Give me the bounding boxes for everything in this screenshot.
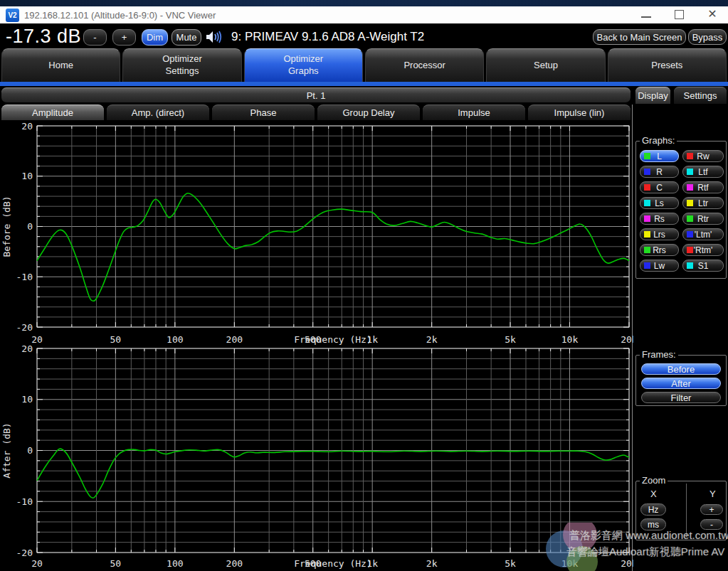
frames-group-label: Frames: [640, 349, 678, 360]
tab-presets[interactable]: Presets [608, 48, 727, 82]
vnc-viewer-window: V2 192.168.12.101 (Altitude-16-9:0) - VN… [0, 0, 728, 571]
channel-button-Rtf[interactable]: Rtf [682, 181, 724, 193]
back-to-main-screen-button[interactable]: Back to Main Screen [593, 29, 686, 45]
tab-settings[interactable]: Settings [674, 87, 727, 104]
channel-button-Rs[interactable]: Rs [640, 213, 679, 225]
tab-amp-direct[interactable]: Amp. (direct) [107, 105, 209, 120]
after-amplitude-chart: 20100-10-2020501002005001k2k5k10k20kFreq… [0, 345, 633, 571]
svg-text:0: 0 [27, 221, 33, 232]
svg-text:20: 20 [21, 121, 33, 132]
svg-text:5k: 5k [505, 334, 516, 345]
measurement-point-bar[interactable]: Pt. 1 [1, 87, 631, 102]
channel-button-Ltr[interactable]: Ltr [682, 197, 724, 209]
channel-label: Lw [654, 261, 665, 271]
speaker-icon[interactable] [206, 30, 224, 44]
watermark-text-line1: 普洛影音網 www.audionet.com.tw [569, 529, 728, 543]
tab-group-delay[interactable]: Group Delay [317, 105, 420, 120]
minimize-icon[interactable] [641, 16, 651, 18]
channel-button-Ltf[interactable]: Ltf [682, 166, 724, 178]
channel-label: S1 [698, 261, 709, 271]
svg-text:2k: 2k [426, 334, 438, 345]
tab-phase[interactable]: Phase [212, 105, 315, 120]
active-tab-accent-strip [0, 82, 728, 86]
mute-button[interactable]: Mute [172, 29, 201, 46]
channel-label: Rw [697, 151, 709, 161]
graph-type-tab-bar: Amplitude Amp. (direct) Phase Group Dela… [1, 105, 631, 120]
channel-button-Rtr[interactable]: Rtr [682, 213, 724, 225]
svg-text:50: 50 [110, 558, 122, 569]
zoom-y-header: Y [709, 489, 716, 499]
channel-button-Lw[interactable]: Lw [640, 260, 679, 272]
channel-button-C[interactable]: C [640, 181, 679, 193]
tab-optimizer-graphs[interactable]: Optimizer Graphs [244, 48, 363, 82]
svg-text:200: 200 [226, 558, 243, 569]
volume-up-button[interactable]: + [112, 29, 136, 46]
tab-home[interactable]: Home [1, 48, 120, 82]
svg-text:20: 20 [21, 345, 33, 354]
channel-label: Ls [655, 198, 664, 208]
tab-optimizer-settings[interactable]: Optimizer Settings [122, 48, 241, 82]
graphs-group-label: Graphs: [640, 135, 677, 146]
color-swatch [687, 247, 693, 253]
color-swatch [687, 153, 693, 159]
svg-text:100: 100 [167, 558, 183, 569]
zoom-y-minus-button[interactable]: - [700, 519, 723, 530]
vnc-app-icon: V2 [6, 9, 19, 22]
frames-group: Frames: Before After Filter [635, 355, 727, 406]
channel-button-Lrs[interactable]: Lrs [640, 228, 679, 240]
tab-amplitude[interactable]: Amplitude [1, 105, 104, 120]
svg-text:Frequency (Hz): Frequency (Hz) [294, 334, 372, 345]
before-frame-button[interactable]: Before [641, 363, 721, 375]
channel-button-S1[interactable]: S1 [682, 260, 724, 272]
channel-button-Rw[interactable]: Rw [682, 150, 724, 162]
svg-text:200: 200 [226, 334, 243, 345]
close-icon[interactable]: ✕ [705, 6, 719, 22]
channel-label: Rs [654, 214, 665, 224]
svg-text:-20: -20 [16, 548, 33, 558]
before-amplitude-chart: 20100-10-2020501002005001k2k5k10k20kFreq… [0, 121, 633, 345]
channel-button-Ltm[interactable]: 'Ltm' [682, 228, 724, 240]
color-swatch [644, 262, 650, 269]
bypass-button[interactable]: Bypass [688, 29, 727, 45]
channel-label: Lrs [653, 230, 665, 240]
channel-label: Rtf [697, 183, 708, 193]
channel-label: R [656, 167, 663, 177]
color-swatch [644, 200, 650, 206]
channel-button-Rtm[interactable]: 'Rtm' [682, 244, 724, 256]
channel-label: Ltr [698, 198, 708, 208]
dim-button[interactable]: Dim [142, 29, 168, 46]
channel-button-Rrs[interactable]: Rrs [640, 244, 679, 256]
window-title: 192.168.12.101 (Altitude-16-9:0) - VNC V… [24, 10, 216, 21]
svg-text:-10: -10 [16, 496, 33, 507]
tab-impulse-lin[interactable]: Impulse (lin) [528, 105, 631, 120]
svg-text:-10: -10 [16, 272, 33, 282]
tab-setup[interactable]: Setup [486, 48, 605, 82]
channel-button-Ls[interactable]: Ls [640, 197, 679, 209]
tab-impulse[interactable]: Impulse [423, 105, 525, 120]
zoom-x-hz-button[interactable]: Hz [640, 503, 666, 516]
volume-down-button[interactable]: - [83, 29, 107, 46]
color-swatch [644, 215, 650, 222]
watermark-text-line2: 音響論壇Audioart新視聽Prime AV [566, 545, 724, 559]
color-swatch [644, 231, 650, 238]
svg-text:After (dB): After (dB) [1, 422, 12, 478]
svg-text:Frequency (Hz): Frequency (Hz) [294, 558, 372, 569]
color-swatch [687, 200, 693, 206]
preset-title: 9: PRIMEAV 9.1.6 AD8 A-Weight T2 [231, 30, 424, 44]
sidebar-separator [632, 105, 633, 571]
channel-label: Ltf [698, 167, 707, 177]
zoom-y-plus-button[interactable]: + [700, 504, 723, 515]
channel-label: C [656, 183, 663, 193]
channel-button-R[interactable]: R [640, 166, 679, 178]
volume-level: -17.3 dB [6, 26, 81, 48]
svg-text:50: 50 [110, 334, 122, 345]
svg-text:20: 20 [31, 558, 43, 569]
main-tab-bar: Home Optimizer Settings Optimizer Graphs… [0, 48, 728, 82]
channel-button-L[interactable]: L [640, 150, 679, 162]
filter-frame-button[interactable]: Filter [641, 392, 721, 403]
tab-display[interactable]: Display [635, 87, 670, 104]
maximize-icon[interactable] [675, 10, 684, 19]
after-frame-button[interactable]: After [641, 378, 721, 389]
tab-processor[interactable]: Processor [365, 48, 484, 82]
color-swatch [687, 184, 693, 191]
